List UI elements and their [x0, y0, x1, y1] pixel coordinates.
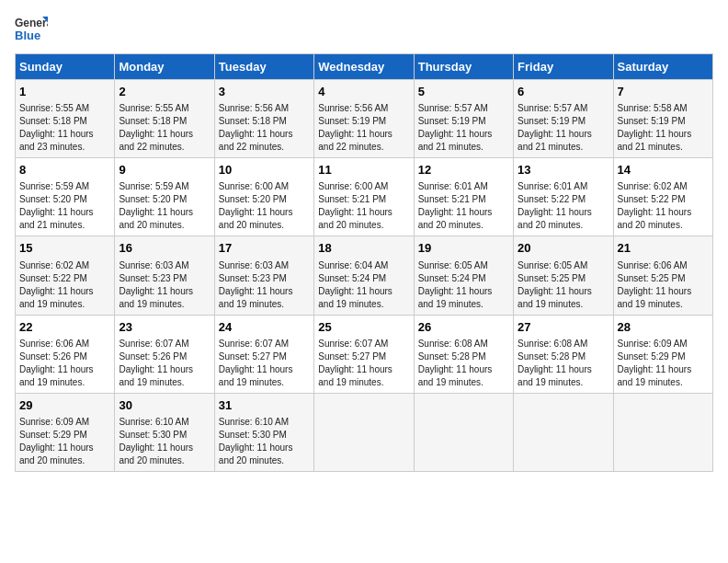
calendar-cell: 26Sunrise: 6:08 AM Sunset: 5:28 PM Dayli… — [414, 315, 513, 393]
day-info: Sunrise: 6:09 AM Sunset: 5:29 PM Dayligh… — [618, 338, 709, 389]
day-number: 20 — [518, 240, 609, 257]
day-number: 11 — [318, 162, 409, 178]
day-number: 18 — [318, 240, 409, 257]
day-info: Sunrise: 6:06 AM Sunset: 5:25 PM Dayligh… — [618, 259, 709, 311]
calendar-cell: 9Sunrise: 5:59 AM Sunset: 5:20 PM Daylig… — [115, 158, 214, 236]
calendar-cell: 24Sunrise: 6:07 AM Sunset: 5:27 PM Dayli… — [214, 315, 313, 393]
calendar-cell: 13Sunrise: 6:01 AM Sunset: 5:22 PM Dayli… — [514, 158, 613, 236]
day-info: Sunrise: 6:10 AM Sunset: 5:30 PM Dayligh… — [119, 416, 210, 467]
day-info: Sunrise: 5:59 AM Sunset: 5:20 PM Dayligh… — [19, 180, 110, 232]
week-row-1: 1Sunrise: 5:55 AM Sunset: 5:18 PM Daylig… — [16, 80, 713, 158]
calendar-cell: 1Sunrise: 5:55 AM Sunset: 5:18 PM Daylig… — [16, 80, 115, 158]
calendar-cell: 16Sunrise: 6:03 AM Sunset: 5:23 PM Dayli… — [115, 236, 214, 315]
col-header-saturday: Saturday — [613, 54, 712, 80]
day-info: Sunrise: 5:56 AM Sunset: 5:19 PM Dayligh… — [318, 102, 409, 154]
week-row-3: 15Sunrise: 6:02 AM Sunset: 5:22 PM Dayli… — [16, 236, 713, 315]
day-number: 9 — [119, 162, 210, 178]
calendar-cell: 7Sunrise: 5:58 AM Sunset: 5:19 PM Daylig… — [613, 80, 712, 158]
calendar-cell: 4Sunrise: 5:56 AM Sunset: 5:19 PM Daylig… — [314, 80, 414, 158]
col-header-tuesday: Tuesday — [214, 54, 313, 80]
day-info: Sunrise: 5:59 AM Sunset: 5:20 PM Dayligh… — [119, 180, 210, 232]
day-number: 28 — [618, 319, 709, 336]
day-info: Sunrise: 6:01 AM Sunset: 5:21 PM Dayligh… — [418, 180, 509, 232]
calendar-cell: 6Sunrise: 5:57 AM Sunset: 5:19 PM Daylig… — [514, 80, 613, 158]
day-number: 30 — [119, 397, 210, 414]
day-number: 12 — [418, 162, 509, 178]
day-info: Sunrise: 5:57 AM Sunset: 5:19 PM Dayligh… — [518, 102, 609, 154]
calendar-cell: 30Sunrise: 6:10 AM Sunset: 5:30 PM Dayli… — [115, 393, 214, 471]
logo-container: General Blue — [15, 15, 48, 42]
day-number: 19 — [418, 240, 509, 257]
logo: General Blue — [15, 15, 48, 42]
calendar-cell: 19Sunrise: 6:05 AM Sunset: 5:24 PM Dayli… — [414, 236, 513, 315]
day-info: Sunrise: 6:10 AM Sunset: 5:30 PM Dayligh… — [219, 416, 310, 467]
day-info: Sunrise: 6:00 AM Sunset: 5:21 PM Dayligh… — [318, 180, 409, 232]
day-number: 4 — [318, 84, 409, 100]
day-info: Sunrise: 6:02 AM Sunset: 5:22 PM Dayligh… — [19, 259, 110, 311]
day-info: Sunrise: 6:07 AM Sunset: 5:27 PM Dayligh… — [219, 338, 310, 389]
day-number: 14 — [618, 162, 709, 178]
calendar-cell — [314, 393, 414, 471]
day-info: Sunrise: 5:55 AM Sunset: 5:18 PM Dayligh… — [19, 102, 110, 154]
calendar-cell: 22Sunrise: 6:06 AM Sunset: 5:26 PM Dayli… — [16, 315, 115, 393]
day-info: Sunrise: 6:02 AM Sunset: 5:22 PM Dayligh… — [618, 180, 709, 232]
day-info: Sunrise: 6:09 AM Sunset: 5:29 PM Dayligh… — [19, 416, 110, 467]
col-header-friday: Friday — [514, 54, 613, 80]
calendar-cell: 25Sunrise: 6:07 AM Sunset: 5:27 PM Dayli… — [314, 315, 414, 393]
logo-graphic: General Blue — [15, 15, 48, 42]
day-info: Sunrise: 6:07 AM Sunset: 5:26 PM Dayligh… — [119, 338, 210, 389]
day-info: Sunrise: 6:01 AM Sunset: 5:22 PM Dayligh… — [518, 180, 609, 232]
day-info: Sunrise: 6:00 AM Sunset: 5:20 PM Dayligh… — [219, 180, 310, 232]
col-header-thursday: Thursday — [414, 54, 513, 80]
col-header-wednesday: Wednesday — [314, 54, 414, 80]
day-number: 27 — [518, 319, 609, 336]
day-number: 16 — [119, 240, 210, 257]
day-info: Sunrise: 5:55 AM Sunset: 5:18 PM Dayligh… — [119, 102, 210, 154]
day-number: 22 — [19, 319, 110, 336]
day-number: 2 — [119, 84, 210, 100]
calendar-cell: 17Sunrise: 6:03 AM Sunset: 5:23 PM Dayli… — [214, 236, 313, 315]
day-number: 8 — [19, 162, 110, 178]
calendar-cell: 2Sunrise: 5:55 AM Sunset: 5:18 PM Daylig… — [115, 80, 214, 158]
calendar-cell: 10Sunrise: 6:00 AM Sunset: 5:20 PM Dayli… — [214, 158, 313, 236]
calendar-cell: 3Sunrise: 5:56 AM Sunset: 5:18 PM Daylig… — [214, 80, 313, 158]
day-number: 10 — [219, 162, 310, 178]
day-number: 31 — [219, 397, 310, 414]
col-header-sunday: Sunday — [16, 54, 115, 80]
calendar-cell: 5Sunrise: 5:57 AM Sunset: 5:19 PM Daylig… — [414, 80, 513, 158]
svg-text:General: General — [15, 17, 48, 29]
day-number: 6 — [518, 84, 609, 100]
day-info: Sunrise: 5:56 AM Sunset: 5:18 PM Dayligh… — [219, 102, 310, 154]
day-number: 13 — [518, 162, 609, 178]
day-info: Sunrise: 5:57 AM Sunset: 5:19 PM Dayligh… — [418, 102, 509, 154]
calendar-cell: 18Sunrise: 6:04 AM Sunset: 5:24 PM Dayli… — [314, 236, 414, 315]
header-row: SundayMondayTuesdayWednesdayThursdayFrid… — [16, 54, 713, 80]
page-header: General Blue — [15, 15, 713, 42]
day-info: Sunrise: 6:08 AM Sunset: 5:28 PM Dayligh… — [418, 338, 509, 389]
calendar-cell: 11Sunrise: 6:00 AM Sunset: 5:21 PM Dayli… — [314, 158, 414, 236]
week-row-5: 29Sunrise: 6:09 AM Sunset: 5:29 PM Dayli… — [16, 393, 713, 471]
day-info: Sunrise: 6:06 AM Sunset: 5:26 PM Dayligh… — [19, 338, 110, 389]
day-number: 29 — [19, 397, 110, 414]
day-number: 1 — [19, 84, 110, 100]
day-number: 15 — [19, 240, 110, 257]
calendar-cell: 23Sunrise: 6:07 AM Sunset: 5:26 PM Dayli… — [115, 315, 214, 393]
calendar-cell: 27Sunrise: 6:08 AM Sunset: 5:28 PM Dayli… — [514, 315, 613, 393]
day-number: 26 — [418, 319, 509, 336]
calendar-cell — [613, 393, 712, 471]
day-info: Sunrise: 6:04 AM Sunset: 5:24 PM Dayligh… — [318, 259, 409, 311]
week-row-2: 8Sunrise: 5:59 AM Sunset: 5:20 PM Daylig… — [16, 158, 713, 236]
day-number: 17 — [219, 240, 310, 257]
calendar-cell: 14Sunrise: 6:02 AM Sunset: 5:22 PM Dayli… — [613, 158, 712, 236]
day-info: Sunrise: 6:05 AM Sunset: 5:25 PM Dayligh… — [518, 259, 609, 311]
svg-text:Blue: Blue — [15, 29, 40, 42]
calendar-cell: 15Sunrise: 6:02 AM Sunset: 5:22 PM Dayli… — [16, 236, 115, 315]
day-info: Sunrise: 6:03 AM Sunset: 5:23 PM Dayligh… — [219, 259, 310, 311]
day-info: Sunrise: 5:58 AM Sunset: 5:19 PM Dayligh… — [618, 102, 709, 154]
calendar-cell: 29Sunrise: 6:09 AM Sunset: 5:29 PM Dayli… — [16, 393, 115, 471]
day-number: 24 — [219, 319, 310, 336]
day-info: Sunrise: 6:05 AM Sunset: 5:24 PM Dayligh… — [418, 259, 509, 311]
calendar-cell: 31Sunrise: 6:10 AM Sunset: 5:30 PM Dayli… — [214, 393, 313, 471]
day-number: 25 — [318, 319, 409, 336]
day-number: 23 — [119, 319, 210, 336]
